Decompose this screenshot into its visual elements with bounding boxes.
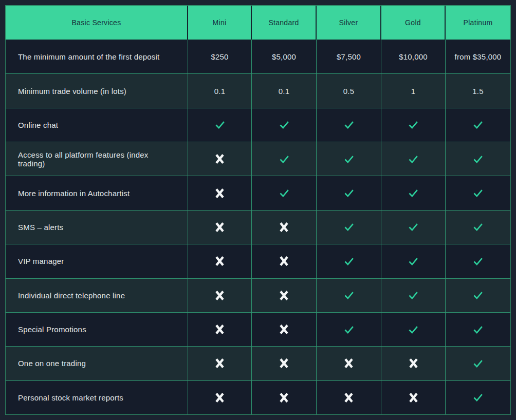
feature-value [188, 142, 252, 176]
check-icon [472, 154, 484, 165]
feature-value [188, 278, 252, 312]
check-icon [472, 187, 484, 199]
feature-value [252, 108, 317, 142]
feature-value [188, 176, 252, 209]
feature-value: $10,000 [381, 40, 446, 73]
feature-value [317, 346, 381, 380]
cross-icon [279, 324, 289, 335]
feature-value [252, 346, 317, 380]
cross-icon [279, 290, 289, 301]
check-icon [278, 119, 290, 130]
feature-value: $250 [188, 40, 252, 73]
cross-icon [215, 222, 225, 233]
feature-value [252, 142, 317, 176]
feature-row: SMS – alerts [6, 210, 510, 244]
feature-value [381, 244, 446, 278]
account-comparison-table: Basic Services Mini Standard Silver Gold… [5, 5, 511, 415]
feature-value [188, 210, 252, 244]
feature-value [252, 176, 317, 209]
check-icon [407, 221, 419, 233]
feature-label: One on one trading [6, 346, 188, 380]
check-icon [343, 290, 355, 301]
feature-row: Individual direct telephone line [6, 278, 510, 312]
feature-row: VIP manager [6, 244, 510, 278]
check-icon [407, 119, 419, 130]
feature-value [317, 278, 381, 312]
cross-icon [344, 358, 354, 369]
feature-value [188, 312, 252, 346]
check-icon [343, 221, 355, 233]
feature-value [188, 244, 252, 278]
feature-value: $7,500 [317, 40, 381, 73]
check-icon [472, 256, 484, 267]
feature-row: Special Promotions [6, 312, 510, 346]
feature-value [446, 176, 510, 209]
table-body: The minimum amount of the first deposit$… [6, 40, 510, 414]
cross-icon [279, 392, 289, 403]
feature-value: 0.5 [317, 73, 381, 107]
feature-value [381, 380, 446, 414]
check-icon [407, 154, 419, 165]
check-icon [472, 290, 484, 301]
feature-value: 0.1 [188, 73, 252, 107]
feature-label: Online chat [6, 108, 188, 142]
feature-row: Personal stock market reports [6, 380, 510, 414]
feature-value: 0.1 [252, 73, 317, 107]
feature-label: SMS – alerts [6, 210, 188, 244]
check-icon [472, 392, 484, 403]
feature-row: Access to all platform features (index t… [6, 142, 510, 176]
check-icon [407, 187, 419, 199]
feature-value [446, 244, 510, 278]
cross-icon [215, 358, 225, 369]
feature-value [381, 278, 446, 312]
cross-icon [215, 290, 225, 301]
feature-value [317, 244, 381, 278]
feature-value [446, 346, 510, 380]
cross-icon [344, 392, 354, 403]
feature-value [317, 108, 381, 142]
feature-label: Access to all platform features (index t… [6, 142, 188, 176]
cross-icon [409, 392, 418, 403]
table-header-row: Basic Services Mini Standard Silver Gold… [6, 6, 510, 40]
cross-icon [215, 154, 225, 164]
cross-icon [279, 256, 289, 266]
page: Basic Services Mini Standard Silver Gold… [0, 0, 516, 420]
feature-value [381, 108, 446, 142]
check-icon [407, 290, 419, 301]
feature-row: The minimum amount of the first deposit$… [6, 40, 510, 73]
feature-value [446, 210, 510, 244]
header-cell-silver: Silver [317, 6, 381, 40]
feature-value [188, 380, 252, 414]
feature-value [381, 210, 446, 244]
feature-value: $5,000 [252, 40, 317, 73]
check-icon [407, 324, 419, 335]
feature-label: Personal stock market reports [6, 380, 188, 414]
feature-label: Special Promotions [6, 312, 188, 346]
header-cell-standard: Standard [252, 6, 317, 40]
feature-value [446, 142, 510, 176]
feature-value [317, 312, 381, 346]
feature-value [381, 312, 446, 346]
check-icon [278, 154, 290, 165]
feature-value [381, 142, 446, 176]
feature-label: Individual direct telephone line [6, 278, 188, 312]
feature-value [446, 312, 510, 346]
header-cell-gold: Gold [381, 6, 446, 40]
check-icon [343, 154, 355, 165]
check-icon [472, 358, 484, 369]
feature-label: Minimum trade volume (in lots) [6, 73, 188, 107]
feature-value [188, 346, 252, 380]
feature-value: 1 [381, 73, 446, 107]
cross-icon [409, 358, 418, 369]
feature-row: Online chat [6, 108, 510, 142]
feature-value [446, 108, 510, 142]
cross-icon [279, 222, 289, 233]
feature-row: Minimum trade volume (in lots)0.10.10.51… [6, 73, 510, 107]
feature-label: More information in Autochartist [6, 176, 188, 209]
feature-value [317, 176, 381, 209]
feature-value [188, 108, 252, 142]
check-icon [278, 187, 290, 199]
check-icon [343, 187, 355, 199]
cross-icon [215, 392, 225, 403]
feature-value: from $35,000 [446, 40, 510, 73]
